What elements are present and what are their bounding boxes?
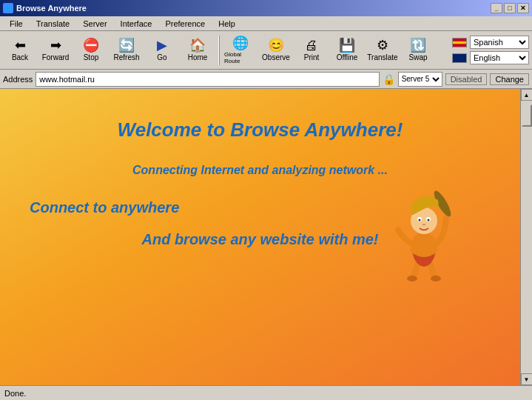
scroll-up-button[interactable]: ▲ <box>521 89 533 101</box>
stop-label: Stop <box>84 53 99 61</box>
english-flag-icon <box>452 53 467 63</box>
subtitle: Connecting Internet and analyzing networ… <box>132 164 388 177</box>
globalroute-label: Global Route <box>224 51 257 64</box>
swap-label: Swap <box>408 53 427 61</box>
svg-point-7 <box>407 276 417 281</box>
scrollbar: ▲ ▼ <box>520 89 532 385</box>
refresh-button[interactable]: 🔄 Refresh <box>110 33 144 67</box>
go-label: Go <box>157 53 166 61</box>
menu-file[interactable]: File <box>3 17 30 30</box>
title-bar-buttons[interactable]: _ □ ✕ <box>491 3 529 13</box>
toolbar: ⬅ Back ➡ Forward ⛔ Stop 🔄 Refresh ▶ Go 🏠… <box>0 31 532 70</box>
status-bar: Done. <box>0 385 532 400</box>
globalroute-icon: 🌐 <box>232 36 249 50</box>
scroll-track <box>521 101 532 373</box>
translate-button[interactable]: ⚙ Translate <box>366 33 400 67</box>
app-icon: 🌐 <box>3 3 13 13</box>
home-label: Home <box>188 53 208 61</box>
observe-icon: 😊 <box>268 39 284 52</box>
menu-preference[interactable]: Preference <box>158 17 212 30</box>
translate-label: Translate <box>367 53 397 61</box>
address-bar: Address 🔒 Server 1 Server 2 Server 3 Ser… <box>0 70 532 89</box>
swap-button[interactable]: 🔃 Swap <box>401 33 435 67</box>
language-area: Spanish English French German English Sp… <box>452 36 529 64</box>
back-icon: ⬅ <box>15 39 26 52</box>
title-bar: 🌐 Browse Anywhere _ □ ✕ <box>0 0 532 16</box>
observe-label: Observe <box>262 53 290 61</box>
forward-button[interactable]: ➡ Forward <box>38 33 73 67</box>
globalroute-button[interactable]: 🌐 Global Route <box>223 33 257 67</box>
svg-point-8 <box>431 276 441 281</box>
menu-interface[interactable]: Interface <box>114 17 159 30</box>
forward-icon: ➡ <box>50 39 61 52</box>
refresh-icon: 🔄 <box>118 39 135 52</box>
svg-point-6 <box>428 219 430 221</box>
server-select[interactable]: Server 1 Server 2 Server 3 Server 4 Serv… <box>398 72 442 87</box>
source-language-select[interactable]: Spanish English French German <box>470 36 529 49</box>
menu-help[interactable]: Help <box>212 17 242 30</box>
security-icon: 🔒 <box>383 73 395 85</box>
spanish-flag-icon <box>452 38 467 47</box>
title-bar-left: 🌐 Browse Anywhere <box>3 3 87 13</box>
back-button[interactable]: ⬅ Back <box>3 33 37 67</box>
stop-icon: ⛔ <box>83 39 99 52</box>
caveman-illustration <box>387 178 461 281</box>
back-label: Back <box>12 53 28 61</box>
observe-button[interactable]: 😊 Observe <box>259 33 293 67</box>
main-content: Welcome to Browse Anywhere! Connecting I… <box>0 89 520 385</box>
address-input[interactable] <box>36 72 379 87</box>
close-button[interactable]: ✕ <box>517 3 529 13</box>
status-text: Done. <box>4 389 26 398</box>
scroll-thumb[interactable] <box>522 104 532 127</box>
offline-label: Offline <box>337 53 358 61</box>
minimize-button[interactable]: _ <box>491 3 502 13</box>
maximize-button[interactable]: □ <box>504 3 516 13</box>
target-lang-row: English Spanish French German <box>452 51 529 64</box>
address-label: Address <box>3 75 33 84</box>
forward-label: Forward <box>42 53 70 61</box>
swap-icon: 🔃 <box>410 39 426 52</box>
browse-text: And browse any website with me! <box>141 231 378 248</box>
source-lang-row: Spanish English French German <box>452 36 529 49</box>
menu-server[interactable]: Server <box>76 17 113 30</box>
change-button[interactable]: Change <box>490 73 529 85</box>
target-language-select[interactable]: English Spanish French German <box>470 51 529 64</box>
go-button[interactable]: ▶ Go <box>145 33 179 67</box>
stop-button[interactable]: ⛔ Stop <box>74 33 108 67</box>
offline-icon: 💾 <box>339 39 355 52</box>
welcome-title: Welcome to Browse Anywhere! <box>118 119 403 141</box>
home-icon: 🏠 <box>189 39 206 52</box>
window-title: Browse Anywhere <box>16 4 87 13</box>
home-button[interactable]: 🏠 Home <box>181 33 215 67</box>
menu-bar: File Translate Server Interface Preferen… <box>0 16 532 31</box>
print-button[interactable]: 🖨 Print <box>294 33 329 67</box>
refresh-label: Refresh <box>113 53 139 61</box>
disabled-badge: Disabled <box>445 73 488 85</box>
menu-translate[interactable]: Translate <box>30 17 76 30</box>
connect-text: Connect to anywhere <box>30 199 179 216</box>
go-icon: ▶ <box>157 39 167 52</box>
toolbar-separator <box>218 36 220 65</box>
svg-point-5 <box>419 219 421 221</box>
print-icon: 🖨 <box>305 39 318 52</box>
translate-icon: ⚙ <box>377 39 388 52</box>
print-label: Print <box>304 53 320 61</box>
content-wrapper: Welcome to Browse Anywhere! Connecting I… <box>0 89 532 385</box>
scroll-down-button[interactable]: ▼ <box>521 373 533 385</box>
offline-button[interactable]: 💾 Offline <box>330 33 364 67</box>
